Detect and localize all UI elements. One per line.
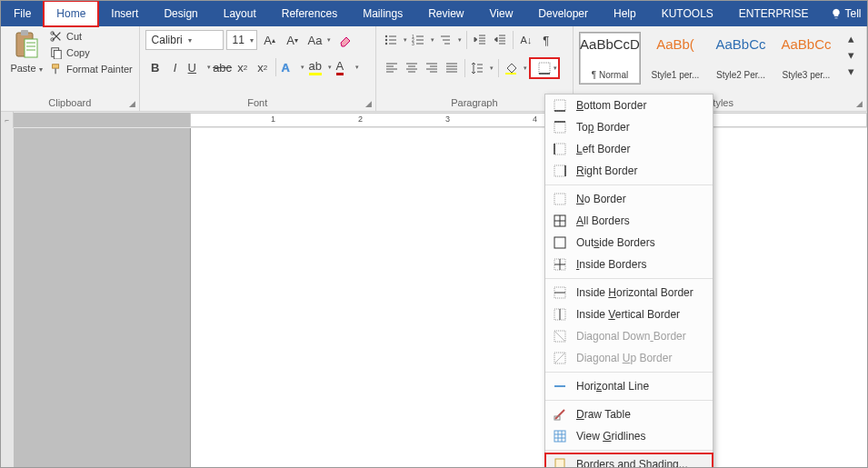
group-clipboard: Paste ▾ Cut Copy Format Painter Clipboar… [1, 26, 140, 111]
borders-menu-item[interactable]: Bottom Border [545, 95, 713, 116]
font-name-combo[interactable]: Calibri▾ [145, 30, 224, 50]
styles-gallery[interactable]: AaBbCcD¶ NormalAaBb(Style1 per...AaBbCcS… [579, 30, 837, 85]
tab-kutools[interactable]: KUTOOLS [649, 1, 726, 26]
align-center-icon [405, 62, 418, 75]
borders-menu-item[interactable]: All Borders [545, 210, 713, 232]
shrink-font-button[interactable]: A▾ [283, 30, 303, 50]
paragraph-group-label: Paragraph [451, 97, 497, 108]
styles-scroll-up[interactable]: ▴ [841, 30, 861, 46]
tell-me[interactable]: Tell [822, 1, 868, 26]
bullets-button[interactable]: ▾ [382, 30, 409, 50]
style-card-3[interactable]: AaBbCcStyle3 per... [775, 32, 837, 85]
numbering-button[interactable]: 123▾ [409, 30, 436, 50]
align-center-button[interactable] [402, 58, 422, 78]
tab-home[interactable]: Home [44, 1, 98, 26]
tab-file[interactable]: File [1, 1, 44, 26]
increase-indent-button[interactable] [490, 30, 510, 50]
styles-scroll-down[interactable]: ▾ [841, 46, 861, 63]
borders-icon [538, 62, 551, 75]
cut-label: Cut [66, 31, 82, 42]
show-marks-button[interactable]: ¶ [536, 30, 556, 50]
font-size-combo[interactable]: 11▾ [226, 30, 257, 50]
svg-rect-1 [21, 30, 28, 35]
clipboard-group-label: Clipboard [48, 97, 91, 108]
borders-menu-item[interactable]: Horizontal Line [545, 375, 713, 397]
document-area [1, 128, 867, 468]
styles-launcher[interactable]: ◢ [856, 99, 863, 108]
svg-rect-15 [505, 73, 516, 75]
underline-button[interactable]: U▾ [185, 57, 213, 77]
borders-menu-item[interactable]: No Border [545, 188, 713, 210]
ruler-tick: 1 [271, 115, 275, 124]
tab-help[interactable]: Help [601, 1, 649, 26]
border-item-icon [553, 329, 567, 344]
decrease-indent-button[interactable] [470, 30, 490, 50]
subscript-button[interactable]: x2 [233, 57, 253, 77]
styles-expand[interactable]: ▾ [841, 63, 861, 79]
justify-button[interactable] [442, 58, 462, 78]
borders-menu-item[interactable]: Inside Borders [545, 254, 713, 275]
style-card-2[interactable]: AaBbCcStyle2 Per... [710, 32, 772, 85]
font-name-value: Calibri [152, 34, 183, 46]
text-effects-button[interactable]: A▾ [279, 57, 306, 77]
italic-button[interactable]: I [165, 57, 185, 77]
grow-font-button[interactable]: A▴ [260, 30, 280, 50]
tab-review[interactable]: Review [415, 1, 476, 26]
tab-layout[interactable]: Layout [211, 1, 269, 26]
borders-menu-item: Diagonal Up Border [545, 347, 713, 369]
format-painter-button[interactable]: Format Painter [50, 63, 133, 75]
border-item-icon [553, 142, 567, 156]
border-item-label: Inside Borders [576, 258, 646, 271]
svg-rect-18 [554, 122, 565, 133]
align-left-button[interactable] [382, 58, 402, 78]
borders-menu-item[interactable]: Borders and Shading... [545, 453, 713, 468]
multilevel-list-button[interactable]: ▾ [436, 30, 464, 50]
borders-menu-item[interactable]: Left Border [545, 138, 713, 160]
superscript-button[interactable]: x2 [253, 57, 273, 77]
line-spacing-button[interactable]: ▾ [468, 58, 495, 78]
style-preview: AaBb( [656, 36, 694, 52]
borders-menu-item[interactable]: Draw Table [545, 403, 713, 425]
tab-enterprise[interactable]: ENTERPRISE [726, 1, 822, 26]
strikethrough-button[interactable]: abc [213, 57, 233, 77]
numbering-icon: 123 [412, 34, 424, 46]
border-item-label: Horizontal Line [576, 380, 649, 393]
borders-menu-item[interactable]: Inside Vertical Border [545, 304, 713, 325]
outdent-icon [474, 34, 486, 46]
font-color-button[interactable]: A▾ [334, 57, 361, 77]
change-case-button[interactable]: Aa▾ [305, 30, 333, 50]
borders-menu-item[interactable]: Top Border [545, 116, 713, 138]
sort-button[interactable]: A↓ [516, 30, 536, 50]
font-launcher[interactable]: ◢ [365, 99, 372, 108]
line-spacing-icon [471, 62, 484, 75]
ruler-scale[interactable]: 123456 [190, 113, 867, 127]
tab-insert[interactable]: Insert [98, 1, 151, 26]
ruler-tick: 4 [533, 115, 537, 124]
clear-formatting-button[interactable] [335, 30, 355, 50]
borders-menu-item[interactable]: View Gridlines [545, 425, 713, 447]
copy-button[interactable]: Copy [50, 46, 133, 59]
tab-developer[interactable]: Developer [525, 1, 601, 26]
style-card-0[interactable]: AaBbCcD¶ Normal [579, 32, 641, 85]
clipboard-launcher[interactable]: ◢ [129, 99, 135, 108]
borders-menu-item[interactable]: Inside Horizontal Border [545, 282, 713, 304]
border-item-icon [553, 379, 567, 393]
borders-menu-item[interactable]: Right Border [545, 160, 713, 182]
paste-button[interactable]: Paste ▾ [6, 30, 46, 74]
style-card-1[interactable]: AaBb(Style1 per... [644, 32, 706, 85]
multilevel-icon [439, 34, 452, 46]
borders-menu-item[interactable]: Outside Borders [545, 232, 713, 254]
tab-mailings[interactable]: Mailings [350, 1, 415, 26]
ribbon-tabstrip: File Home Insert Design Layout Reference… [1, 1, 867, 26]
lightbulb-icon [831, 8, 842, 19]
borders-button[interactable]: ▾ [529, 57, 560, 79]
align-right-button[interactable] [422, 58, 442, 78]
tab-design[interactable]: Design [151, 1, 210, 26]
tab-view[interactable]: View [477, 1, 526, 26]
shading-button[interactable]: ▾ [502, 58, 529, 78]
highlight-button[interactable]: ab▾ [306, 57, 334, 77]
document-page[interactable] [190, 128, 867, 468]
cut-button[interactable]: Cut [50, 30, 133, 43]
tab-references[interactable]: References [269, 1, 350, 26]
bold-button[interactable]: B [145, 57, 165, 77]
